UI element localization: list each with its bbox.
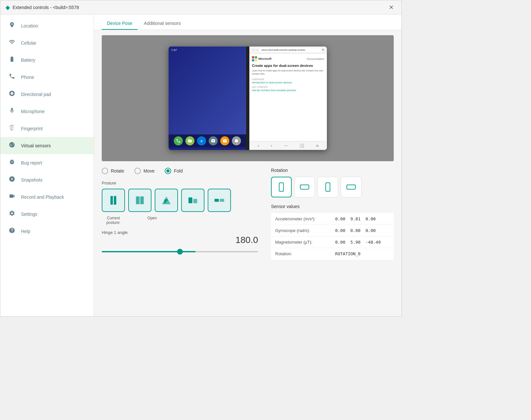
microphone-icon <box>8 107 16 115</box>
radio-label-move: Move <box>143 168 154 173</box>
sidebar-label-settings: Settings <box>21 212 37 217</box>
sensor-name-magnetometer: Magnetometer (µT): <box>271 236 331 248</box>
sensor-name-gyroscope: Gyroscope (rad/s): <box>271 225 331 236</box>
sidebar-item-snapshots[interactable]: Snapshots <box>0 171 94 188</box>
sidebar-label-bug-report: Bug report <box>21 160 42 165</box>
sensor-row-gyroscope: Gyroscope (rad/s): 0.00 0.00 0.00 <box>271 225 394 236</box>
hinge-section: Hinge 1 angle 180.0 <box>102 230 258 254</box>
sidebar-item-battery[interactable]: Battery <box>0 51 94 68</box>
posture-btn-2[interactable] <box>128 189 151 213</box>
rotation-btn-portrait-reverse[interactable] <box>318 177 338 197</box>
svg-rect-11 <box>326 183 330 192</box>
radio-circle-move <box>134 168 141 174</box>
url-bar: docs.microsoft.com/en-us/dual-screen <box>260 48 321 52</box>
app-icon-mail <box>220 136 229 145</box>
sidebar-label-battery: Battery <box>21 58 35 63</box>
taskbar: e <box>169 134 246 147</box>
sensor-name-rotation: Rotation: <box>271 248 331 260</box>
svg-rect-6 <box>193 199 197 204</box>
svg-rect-12 <box>347 185 356 189</box>
posture-btn-4[interactable] <box>181 189 204 213</box>
posture-btn-5[interactable] <box>208 189 231 213</box>
app-icon-browser: e <box>197 136 206 145</box>
sidebar-item-fingerprint[interactable]: Fingerprint <box>0 120 94 137</box>
sensor-values-magnetometer: 0.00 5.90 -48.40 <box>331 236 394 248</box>
app-icon-settings <box>232 136 241 145</box>
sidebar-item-virtual-sensors[interactable]: Virtual sensors <box>0 137 94 154</box>
nav-back-icon[interactable]: ‹ <box>258 143 259 148</box>
main-content: Location Cellular Battery <box>0 15 401 316</box>
left-controls: Rotate Move Fold Posture <box>102 168 258 260</box>
svg-rect-2 <box>110 196 113 205</box>
app-icon: ◆ <box>5 4 10 11</box>
sidebar-label-dpad: Directional pad <box>21 92 51 97</box>
sidebar-label-cellular: Cellular <box>21 40 36 46</box>
screen-right: ← → docs.microsoft.com/en-us/dual-screen… <box>249 47 327 150</box>
browser-bar: ← → docs.microsoft.com/en-us/dual-screen… <box>249 47 327 54</box>
radio-label-rotate: Rotate <box>111 168 124 173</box>
svg-rect-4 <box>139 196 141 204</box>
screen-left: 7:47 e <box>169 47 246 150</box>
tab-additional-sensors[interactable]: Additional sensors <box>139 17 186 30</box>
posture-btn-3[interactable] <box>155 189 178 213</box>
nav-menu-icon[interactable]: ⋯ <box>284 143 288 148</box>
rotation-btn-landscape-left[interactable] <box>294 177 315 197</box>
posture-icons <box>102 189 258 213</box>
battery-icon <box>8 56 16 64</box>
sidebar-item-phone[interactable]: Phone <box>0 68 94 86</box>
sensor-values-label: Sensor values <box>271 204 394 209</box>
phone-icon <box>8 73 16 81</box>
doc-label: Documentation <box>307 58 324 60</box>
sidebar-item-help[interactable]: Help <box>0 223 94 240</box>
link-section-2: GET STARTED Get the Surface Duo emulator… <box>252 86 324 92</box>
radio-move[interactable]: Move <box>134 168 154 174</box>
rotation-btn-portrait[interactable] <box>271 177 292 197</box>
svg-rect-9 <box>279 183 283 192</box>
sidebar-item-microphone[interactable]: Microphone <box>0 103 94 120</box>
sidebar-label-microphone: Microphone <box>21 109 45 114</box>
section2-link: Get the Surface Duo emulator preview <box>252 89 324 92</box>
ms-squares <box>252 56 257 61</box>
link-section-1: OVERVIEW Introduction to dual-screen dev… <box>252 78 324 84</box>
sidebar-item-directional-pad[interactable]: Directional pad <box>0 86 94 103</box>
svg-point-1 <box>11 144 13 146</box>
svg-rect-3 <box>114 196 117 205</box>
mode-radio-group: Rotate Move Fold <box>102 168 258 174</box>
sidebar-label-location: Location <box>21 23 38 28</box>
snapshots-icon <box>8 176 16 184</box>
nav-share-icon[interactable]: ⎋ <box>316 143 318 148</box>
nav-tabs-icon[interactable]: ⬜ <box>299 143 304 148</box>
ms-square-yellow <box>255 59 257 61</box>
posture-label: Posture <box>102 181 258 185</box>
titlebar-left: ◆ Extended controls - <build>:5578 <box>5 4 79 11</box>
sidebar-label-snapshots: Snapshots <box>21 177 42 183</box>
app-icon-phone <box>174 136 183 145</box>
close-button[interactable]: ✕ <box>386 3 396 12</box>
location-icon <box>8 22 16 30</box>
sensor-values-accelerometer: 0.00 9.81 0.00 <box>331 213 394 225</box>
posture-labels-row: Current posture: Open <box>102 216 258 225</box>
tab-device-pose[interactable]: Device Pose <box>102 17 138 30</box>
section1-link: Introduction to dual-screen devices <box>252 81 324 84</box>
radio-rotate[interactable]: Rotate <box>102 168 124 174</box>
section2-label: GET STARTED <box>252 86 324 88</box>
sidebar-item-record-playback[interactable]: Record and Playback <box>0 188 94 205</box>
status-bar: 7:47 <box>171 48 177 52</box>
sidebar-item-bug-report[interactable]: Bug report <box>0 154 94 171</box>
svg-rect-5 <box>189 197 193 203</box>
radio-circle-rotate <box>102 168 108 174</box>
ms-logo-text: Microsoft <box>258 57 272 60</box>
nav-forward-icon[interactable]: › <box>271 143 272 148</box>
window: ◆ Extended controls - <build>:5578 ✕ Loc… <box>0 0 402 317</box>
rotation-btn-landscape-right[interactable] <box>341 177 361 197</box>
sidebar-item-cellular[interactable]: Cellular <box>0 34 94 51</box>
sidebar-item-settings[interactable]: Settings <box>0 205 94 223</box>
svg-rect-8 <box>220 199 224 202</box>
radio-fold[interactable]: Fold <box>165 168 182 174</box>
sidebar-label-phone: Phone <box>21 75 34 80</box>
posture-btn-1[interactable] <box>102 189 125 213</box>
svg-rect-10 <box>300 185 309 189</box>
hinge-slider[interactable] <box>102 251 258 252</box>
dpad-icon <box>8 90 16 98</box>
sidebar-item-location[interactable]: Location <box>0 17 94 34</box>
